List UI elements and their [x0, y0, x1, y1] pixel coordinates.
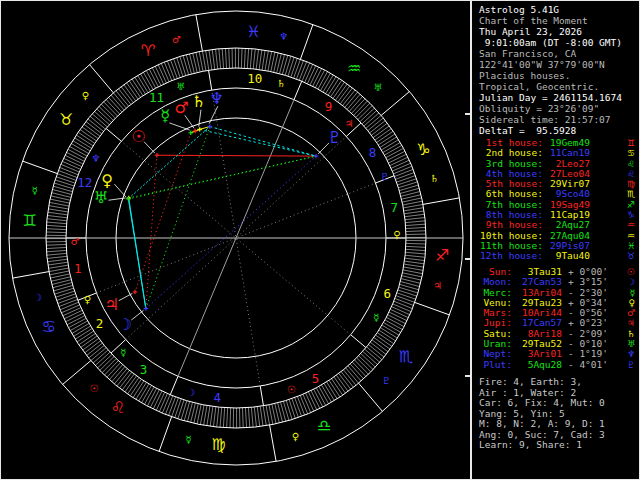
aspect-line: [210, 127, 316, 157]
divider-tick: [465, 258, 471, 260]
degree-tick: [307, 66, 315, 84]
degree-tick: [47, 219, 67, 221]
sign-boundary-line: [159, 417, 172, 452]
zodiac-sign-icon: ♏: [627, 189, 635, 199]
header-line: Placidus houses.: [479, 70, 637, 81]
degree-tick: [260, 406, 263, 426]
wheel-sign-icon: ♐: [435, 246, 449, 265]
zodiac-sign-icon: ♋: [627, 148, 635, 158]
degree-tick: [47, 256, 67, 258]
wheel-sign-icon: ♍: [211, 435, 225, 454]
degree-tick: [266, 405, 270, 425]
wheel-house-ruler-icon: ☉: [287, 384, 296, 395]
degree-tick: [164, 62, 172, 81]
degree-tick: [177, 57, 183, 76]
degree-tick: [405, 221, 425, 223]
degree-tick: [262, 50, 265, 70]
wheel-house-ruler-icon: ♀: [84, 294, 91, 305]
planet-icon: ♄: [627, 329, 635, 339]
degree-tick: [184, 402, 189, 421]
wheel-sign-ruler-icon: ♀: [82, 90, 89, 101]
planet-icon: ♅: [627, 339, 635, 349]
wheel-house-ruler-icon: ♆: [91, 153, 100, 164]
header-line: Chart of the Moment: [479, 15, 637, 26]
degree-tick: [60, 302, 79, 310]
planet-pointer-line: [119, 293, 133, 300]
degree-tick: [294, 59, 301, 78]
wheel-house-number: 8: [369, 145, 377, 160]
degree-tick: [403, 270, 423, 274]
wheel-house-ruler-icon: ☿: [120, 347, 126, 358]
degree-tick: [285, 56, 291, 75]
degree-tick: [405, 218, 425, 220]
wheel-planet-icon: ♄: [192, 92, 206, 111]
zodiac-sign-icon: ♌: [627, 159, 635, 169]
header-line: Astrolog 5.41G: [479, 4, 637, 15]
degree-tick: [49, 206, 69, 209]
header-line: Tropical, Geocentric.: [479, 81, 637, 92]
header-line: Julian Day = 2461154.1674: [479, 92, 637, 103]
degree-tick: [48, 265, 68, 268]
wheel-sign-ruler-icon: ♄: [430, 173, 439, 184]
stat-line: Learn: 9, Share: 1: [479, 440, 637, 451]
wheel-house-ruler-icon: ♀: [393, 229, 400, 240]
degree-tick: [257, 407, 260, 427]
planet-icon: ♇: [627, 360, 635, 370]
degree-tick: [156, 392, 164, 410]
degree-tick: [405, 255, 425, 257]
sign-boundary-line: [300, 24, 313, 59]
planet-icon: ♃: [627, 318, 635, 328]
degree-tick: [219, 49, 221, 69]
degree-tick: [404, 267, 424, 270]
degree-tick: [399, 287, 418, 293]
chart-header: Astrolog 5.41GChart of the MomentThu Apr…: [479, 4, 637, 136]
degree-tick: [392, 307, 410, 315]
degree-tick: [265, 51, 268, 71]
planet-icon: ♀: [628, 298, 635, 308]
degree-tick: [180, 56, 186, 75]
degree-tick: [248, 408, 249, 428]
wheel-sign-ruler-icon: ♆: [279, 31, 288, 42]
degree-tick: [204, 406, 207, 426]
degree-tick: [269, 405, 273, 425]
stat-line: M: 8, N: 2, A: 9, D: 1: [479, 419, 637, 430]
wheel-planet-icon: ☿: [160, 106, 170, 125]
wheel-house-number: 12: [77, 175, 92, 190]
wheel-sign-ruler-icon: ☿: [185, 434, 191, 445]
zodiac-sign-icon: ♒: [627, 231, 635, 241]
degree-tick: [405, 258, 425, 260]
chart-statistics: Fire: 4, Earth: 3,Air : 1, Water: 2Car: …: [479, 377, 637, 451]
wheel-planet-icon: ♇: [327, 128, 341, 147]
degree-tick: [295, 398, 302, 417]
sign-boundary-line: [381, 92, 409, 116]
planet-icon: ♂: [627, 308, 635, 318]
degree-tick: [199, 52, 203, 72]
degree-tick: [306, 393, 314, 411]
degree-tick: [283, 401, 289, 420]
degree-tick: [405, 214, 425, 217]
degree-tick: [46, 225, 66, 226]
degree-tick: [183, 56, 189, 75]
degree-tick: [396, 296, 415, 303]
degree-tick: [288, 57, 294, 76]
degree-tick: [58, 297, 77, 304]
planet-icon: ♆: [627, 349, 635, 359]
header-line: 9:01:00am (DT -8:00 GMT): [479, 37, 637, 48]
degree-tick: [395, 169, 414, 176]
wheel-house-ruler-icon: ♄: [277, 78, 286, 89]
degree-tick: [55, 180, 74, 186]
degree-tick: [291, 58, 297, 77]
wheel-planet-icon: ♃: [104, 295, 118, 314]
degree-tick: [245, 408, 246, 428]
degree-tick: [161, 63, 169, 81]
degree-tick: [48, 212, 68, 215]
degree-tick: [49, 268, 69, 272]
degree-tick: [406, 227, 426, 228]
degree-tick: [406, 243, 426, 244]
degree-tick: [210, 406, 213, 426]
wheel-planet-icon: ♆: [210, 89, 224, 108]
degree-tick: [399, 185, 418, 191]
wheel-house-number: 3: [140, 362, 148, 377]
degree-tick: [216, 49, 218, 69]
degree-tick: [48, 209, 68, 212]
